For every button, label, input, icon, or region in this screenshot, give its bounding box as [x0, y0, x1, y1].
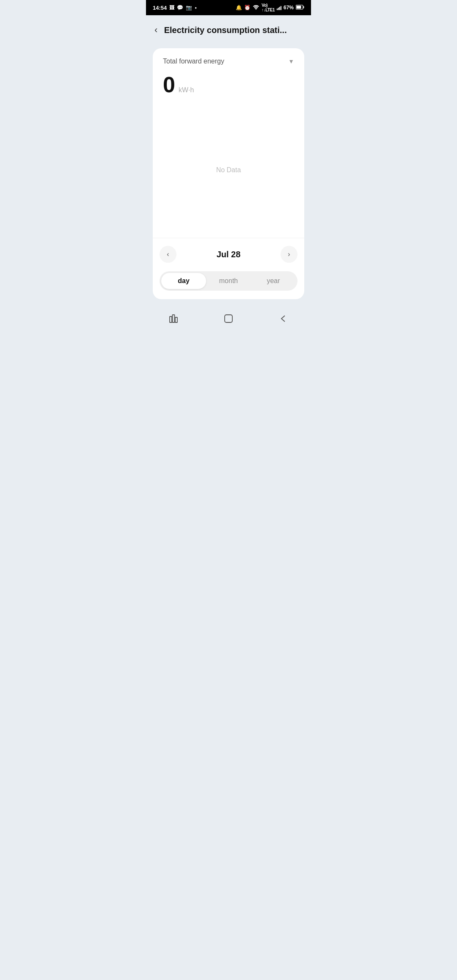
- home-icon[interactable]: [223, 314, 234, 326]
- signal-icon: [277, 5, 281, 10]
- alarm-icon: ⏰: [244, 5, 251, 11]
- prev-date-button[interactable]: ‹: [160, 246, 176, 263]
- status-bar: 14:54 🖼 💬 📷 ● 🔔 ⏰ Vo)↑↓LTE1 67%: [146, 0, 311, 15]
- instagram-icon: 📷: [186, 5, 192, 11]
- energy-selector[interactable]: Total forward energy ▼: [153, 48, 304, 72]
- battery-icon: [296, 5, 304, 11]
- svg-rect-4: [170, 317, 172, 322]
- current-date-label: Jul 28: [217, 250, 241, 259]
- svg-point-0: [256, 9, 256, 10]
- period-option-month[interactable]: month: [206, 273, 251, 289]
- next-icon: ›: [288, 251, 290, 258]
- status-bar-left: 14:54 🖼 💬 📷 ●: [153, 5, 197, 11]
- svg-rect-3: [297, 6, 301, 8]
- bottom-navigation: [146, 306, 311, 336]
- energy-value: 0: [163, 74, 175, 96]
- svg-rect-7: [225, 315, 232, 322]
- notification-dot: ●: [195, 6, 197, 10]
- recent-apps-icon[interactable]: [169, 314, 178, 326]
- back-button[interactable]: ‹: [154, 23, 161, 37]
- battery-alert-icon: 🔔: [236, 5, 242, 11]
- dropdown-arrow-icon: ▼: [288, 58, 294, 65]
- prev-icon: ‹: [167, 251, 169, 258]
- photo-icon: 🖼: [169, 5, 174, 11]
- main-card: Total forward energy ▼ 0 kW·h No Data ‹ …: [153, 48, 304, 299]
- chart-area: No Data: [153, 102, 304, 238]
- no-data-label: No Data: [216, 166, 241, 174]
- date-navigation: ‹ Jul 28 ›: [153, 238, 304, 270]
- period-month-label: month: [219, 277, 238, 284]
- svg-rect-2: [303, 6, 304, 8]
- period-selector: day month year: [160, 271, 297, 291]
- next-date-button[interactable]: ›: [281, 246, 297, 263]
- svg-rect-5: [172, 315, 174, 322]
- period-option-day[interactable]: day: [161, 273, 206, 289]
- period-year-label: year: [267, 277, 280, 284]
- whatsapp-icon: 💬: [177, 5, 183, 11]
- time-display: 14:54: [153, 5, 167, 11]
- wifi-icon: [253, 5, 259, 11]
- back-nav-icon[interactable]: [279, 314, 288, 326]
- period-day-label: day: [178, 277, 190, 284]
- svg-rect-6: [175, 317, 177, 322]
- battery-percentage: 67%: [284, 5, 294, 11]
- energy-unit: kW·h: [179, 86, 194, 94]
- volte-lte-icon: Vo)↑↓LTE1: [262, 3, 275, 12]
- status-bar-right: 🔔 ⏰ Vo)↑↓LTE1 67%: [236, 3, 304, 12]
- value-display: 0 kW·h: [153, 72, 304, 102]
- header: ‹ Electricity consumption stati...: [146, 15, 311, 45]
- page-title: Electricity consumption stati...: [161, 25, 303, 35]
- period-option-year[interactable]: year: [251, 273, 296, 289]
- energy-type-label: Total forward energy: [163, 58, 224, 65]
